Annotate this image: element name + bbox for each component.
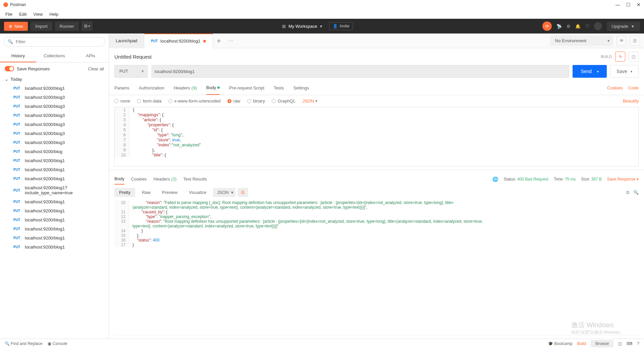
save-response-button[interactable]: Save Response ▾ — [607, 177, 639, 182]
build-mode-button[interactable]: Build — [577, 341, 586, 346]
add-tab-button[interactable]: ⊕ — [213, 38, 225, 43]
panel-icon[interactable]: ◫ — [629, 52, 639, 62]
history-item[interactable]: PUTlocalhost:9200/blog1?include_type_nam… — [0, 183, 109, 197]
history-item[interactable]: PUTlocalhost:9200/blog3 — [0, 93, 109, 102]
copy-icon[interactable]: ⧉ — [626, 190, 629, 195]
body-type-binary[interactable]: binary — [247, 98, 265, 103]
minimize-icon[interactable]: — — [615, 2, 620, 7]
menu-file[interactable]: File — [3, 10, 15, 18]
history-item[interactable]: PUTlocalhost:9200/blog1 — [0, 242, 109, 252]
history-item[interactable]: PUTlocalhost:9200/blog3 — [0, 120, 109, 129]
history-item[interactable]: PUTlocalhost:9200/blog1 — [0, 174, 109, 183]
history-item[interactable]: PUTlocalhost:9200/blog1 — [0, 156, 109, 165]
history-item[interactable]: PUTlocalhost:9200/blog1 — [0, 206, 109, 215]
body-type-none[interactable]: none — [114, 98, 130, 103]
new-button[interactable]: ⊕ New — [4, 22, 28, 31]
close-icon[interactable]: ✕ — [637, 2, 641, 7]
history-item[interactable]: PUTlocalhost:9200/blog3 — [0, 138, 109, 147]
menu-edit[interactable]: Edit — [16, 10, 29, 18]
tab-params[interactable]: Params — [114, 81, 129, 94]
cookies-link[interactable]: Cookies — [607, 85, 623, 90]
response-body-viewer[interactable]: 10 "reason": "Failed to parse mapping [_… — [114, 200, 639, 335]
request-body-editor[interactable]: 1{2 "mappings": {3 "article": {4 "proper… — [114, 107, 639, 166]
find-replace-button[interactable]: 🔍 Find and Replace — [5, 341, 42, 346]
view-raw[interactable]: Raw — [137, 188, 155, 197]
maximize-icon[interactable]: ☐ — [626, 2, 631, 7]
history-item[interactable]: PUTlocalhost:9200/blog1 — [0, 224, 109, 233]
sync-icon[interactable]: ⟳ — [542, 21, 552, 31]
environment-selector[interactable]: No Environment — [550, 36, 613, 46]
notifications-icon[interactable]: 🔔 — [575, 24, 581, 29]
history-item[interactable]: PUTlocalhost:9200/blog3 — [0, 111, 109, 120]
tab-history[interactable]: History — [0, 50, 36, 62]
search-icon: 🔍 — [8, 39, 13, 44]
tab-tests[interactable]: Tests — [274, 81, 284, 94]
window-toggle-button[interactable]: ⧉ ▾ — [82, 21, 93, 31]
response-format-selector[interactable]: JSON — [213, 188, 235, 197]
globe-icon[interactable]: 🌐 — [492, 177, 498, 182]
browse-mode-button[interactable]: Browse — [591, 340, 613, 347]
tab-options-button[interactable]: ⋯ — [225, 38, 237, 43]
history-item[interactable]: PUTlocalhost:9200/blog1 — [0, 197, 109, 206]
body-type-urlencoded[interactable]: x-www-form-urlencoded — [168, 98, 221, 103]
capture-icon[interactable]: 📡 — [556, 24, 562, 29]
filter-input[interactable]: 🔍 — [3, 37, 105, 47]
history-item[interactable]: PUTlocalhost:9200/blog1 — [0, 215, 109, 224]
beautify-button[interactable]: Beautify — [623, 98, 639, 103]
history-item[interactable]: PUTlocalhost:9200/blog1 — [0, 84, 109, 93]
history-item[interactable]: PUTlocalhost:9200/blog1 — [0, 165, 109, 174]
env-settings-icon[interactable]: ☰ — [630, 36, 640, 46]
method-selector[interactable]: PUT — [114, 65, 148, 78]
raw-format-selector[interactable]: JSON ▾ — [302, 98, 317, 103]
send-button[interactable]: Send ▾ — [573, 65, 607, 78]
two-pane-icon[interactable]: ◫ — [618, 341, 622, 346]
keyboard-icon[interactable]: ⌨ — [627, 341, 632, 346]
clear-all-button[interactable]: Clear all — [88, 66, 104, 71]
history-item[interactable]: PUTlocalhost:9200/blog — [0, 147, 109, 156]
avatar[interactable] — [594, 22, 602, 30]
tab-launchpad[interactable]: Launchpad — [109, 33, 144, 48]
import-button[interactable]: Import — [31, 22, 52, 31]
wrap-lines-icon[interactable]: ☰ — [237, 188, 248, 197]
resp-tab-headers[interactable]: Headers (3) — [154, 174, 177, 184]
body-type-formdata[interactable]: form-data — [137, 98, 162, 103]
menu-help[interactable]: Help — [47, 10, 61, 18]
resp-tab-body[interactable]: Body — [114, 173, 124, 185]
console-button[interactable]: ▣ Console — [48, 341, 67, 346]
tab-request[interactable]: PUT localhost:9200/blog1 — [144, 33, 213, 48]
view-visualize[interactable]: Visualize — [184, 188, 211, 197]
heart-icon[interactable]: ♡ — [585, 24, 589, 29]
history-item[interactable]: PUTlocalhost:9200/blog1 — [0, 233, 109, 242]
help-icon[interactable]: ? — [637, 341, 639, 346]
body-type-graphql[interactable]: GraphQL — [272, 98, 296, 103]
runner-button[interactable]: Runner — [55, 22, 79, 31]
save-responses-toggle[interactable] — [5, 66, 14, 71]
menu-view[interactable]: View — [31, 10, 45, 18]
preview-env-icon[interactable]: 👁 — [616, 36, 627, 46]
view-pretty[interactable]: Pretty — [114, 188, 135, 197]
resp-tab-cookies[interactable]: Cookies — [131, 174, 147, 184]
upgrade-button[interactable]: Upgrade ▾ — [607, 22, 640, 31]
bootcamp-button[interactable]: 🎓 Bootcamp — [548, 341, 572, 346]
tab-prerequest[interactable]: Pre-request Script — [229, 81, 264, 94]
comments-icon[interactable]: ✎ — [615, 52, 625, 62]
settings-icon[interactable]: ⚙ — [567, 24, 571, 29]
invite-button[interactable]: 👤 Invite — [329, 22, 353, 30]
history-item[interactable]: PUTlocalhost:9200/blog3 — [0, 102, 109, 111]
save-button[interactable]: Save ▾ — [610, 65, 639, 78]
history-item[interactable]: PUTlocalhost:9200/blog3 — [0, 129, 109, 138]
search-response-icon[interactable]: 🔍 — [633, 190, 639, 195]
tab-apis[interactable]: APIs — [72, 50, 109, 62]
view-preview[interactable]: Preview — [157, 188, 182, 197]
body-type-raw[interactable]: raw — [227, 98, 240, 103]
tab-settings[interactable]: Settings — [293, 81, 309, 94]
tab-authorization[interactable]: Authorization — [139, 81, 164, 94]
tab-body[interactable]: Body — [206, 81, 220, 95]
url-input[interactable] — [151, 65, 569, 78]
tab-collections[interactable]: Collections — [36, 50, 72, 62]
resp-tab-tests[interactable]: Test Results — [183, 174, 207, 184]
workspace-selector[interactable]: ⊞ My Workspace ▾ — [282, 24, 322, 29]
tab-headers[interactable]: Headers (9) — [174, 81, 197, 94]
history-group-today[interactable]: ⌄ Today — [0, 75, 109, 84]
code-link[interactable]: Code — [628, 85, 639, 90]
